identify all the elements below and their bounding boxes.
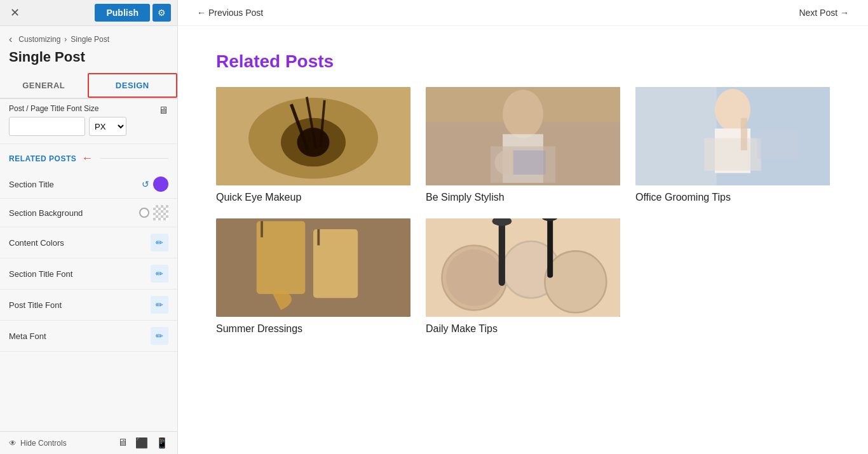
post-card-be-simply[interactable]: Be Simply Stylish: [426, 87, 620, 203]
prev-post-link[interactable]: ← Previous Post: [197, 8, 263, 18]
section-title-font-pencil[interactable]: ✏: [151, 265, 168, 283]
svg-rect-27: [317, 229, 320, 246]
post-thumb-summer-dressings: [216, 218, 410, 317]
font-size-unit-select[interactable]: PX EM REM: [89, 117, 126, 136]
svg-rect-25: [313, 229, 358, 298]
breadcrumb-current: Single Post: [71, 35, 109, 44]
post-thumb-be-simply: [426, 87, 620, 185]
hide-controls-area[interactable]: 👁 Hide Controls: [9, 439, 67, 448]
section-background-icons: [139, 205, 168, 220]
post-title-font-pencil[interactable]: ✏: [151, 296, 168, 314]
breadcrumb-area: ‹ Customizing › Single Post: [0, 26, 177, 48]
post-thumb-quick-eye: [216, 87, 410, 185]
top-bar: ✕ Publish ⚙: [0, 0, 177, 26]
svg-rect-34: [547, 218, 553, 277]
related-posts-arrow: ←: [81, 152, 93, 165]
section-title-font-icons: ✏: [151, 265, 168, 283]
svg-point-32: [446, 250, 503, 306]
publish-button[interactable]: Publish: [95, 4, 150, 22]
svg-rect-13: [513, 150, 546, 175]
svg-rect-19: [704, 138, 761, 171]
breadcrumb-root: Customizing: [18, 35, 60, 44]
content-colors-icons: ✏: [151, 234, 168, 251]
tabs-area: GENERAL DESIGN: [0, 73, 177, 99]
svg-rect-26: [261, 221, 263, 237]
controls-area: Post / Page Title Font Size 🖥 PX EM REM …: [0, 99, 177, 431]
back-button[interactable]: ‹: [9, 34, 12, 45]
svg-rect-15: [635, 87, 717, 185]
svg-point-31: [545, 251, 606, 312]
meta-font-pencil[interactable]: ✏: [151, 327, 168, 345]
font-size-inputs: PX EM REM: [9, 117, 168, 136]
section-background-radio[interactable]: [139, 208, 149, 218]
section-title-row: Section Title ↺: [0, 170, 177, 199]
tablet-icon[interactable]: ⬛: [135, 437, 148, 449]
section-background-label: Section Background: [9, 208, 83, 218]
related-posts-title: Related Posts: [216, 51, 830, 72]
font-size-row: Post / Page Title Font Size 🖥 PX EM REM: [0, 99, 177, 144]
post-thumb-daily-make: [426, 218, 620, 317]
page-heading: Single Post: [0, 48, 177, 73]
svg-rect-24: [257, 221, 306, 294]
post-title-office-grooming: Office Grooming Tips: [635, 192, 830, 203]
breadcrumb-separator: ›: [64, 35, 67, 44]
post-thumb-office-grooming: [635, 87, 830, 185]
desktop-icon[interactable]: 🖥: [118, 437, 128, 449]
svg-rect-21: [757, 130, 797, 159]
section-title-font-label: Section Title Font: [9, 269, 72, 279]
tab-general[interactable]: GENERAL: [0, 73, 88, 98]
post-title-summer-dressings: Summer Dressings: [216, 323, 410, 335]
svg-point-9: [503, 90, 543, 138]
section-background-pattern[interactable]: [153, 205, 168, 220]
publish-area: Publish ⚙: [95, 4, 171, 22]
content-colors-pencil[interactable]: ✏: [151, 234, 168, 251]
post-title-font-label: Post Title Font: [9, 300, 62, 310]
post-card-office-grooming[interactable]: Office Grooming Tips: [635, 87, 830, 203]
post-title-be-simply: Be Simply Stylish: [426, 192, 620, 203]
monitor-icon: 🖥: [158, 105, 168, 116]
post-card-daily-make[interactable]: Daily Make Tips: [426, 218, 620, 335]
mobile-icon[interactable]: 📱: [156, 437, 168, 449]
right-panel: ← Previous Post Next Post → Related Post…: [178, 0, 868, 454]
font-size-input[interactable]: [9, 117, 85, 136]
content-colors-label: Content Colors: [9, 238, 64, 248]
bottom-bar: 👁 Hide Controls 🖥 ⬛ 📱: [0, 431, 177, 454]
hide-controls-label: Hide Controls: [20, 439, 67, 448]
settings-button[interactable]: ⚙: [153, 4, 171, 22]
close-button[interactable]: ✕: [6, 4, 24, 21]
section-title-label: Section Title: [9, 180, 54, 189]
tab-design[interactable]: DESIGN: [88, 73, 178, 98]
nav-bar: ← Previous Post Next Post →: [178, 0, 868, 26]
related-posts-label: RELATED POSTS: [9, 154, 76, 163]
posts-row-1: Quick Eye Makeup Be Simply Stylish: [216, 87, 830, 203]
post-title-quick-eye: Quick Eye Makeup: [216, 192, 410, 203]
post-card-summer-dressings[interactable]: Summer Dressings: [216, 218, 410, 335]
next-post-link[interactable]: Next Post →: [799, 8, 849, 18]
svg-rect-20: [741, 118, 747, 150]
content-colors-row: Content Colors ✏: [0, 227, 177, 258]
post-card-quick-eye[interactable]: Quick Eye Makeup: [216, 87, 410, 203]
meta-font-row: Meta Font ✏: [0, 321, 177, 352]
related-posts-header: RELATED POSTS ←: [0, 144, 177, 170]
post-title-daily-make: Daily Make Tips: [426, 323, 620, 335]
eye-icon: 👁: [9, 439, 17, 448]
section-background-row: Section Background: [0, 199, 177, 227]
section-title-reset-icon[interactable]: ↺: [142, 179, 149, 189]
meta-font-icons: ✏: [151, 327, 168, 345]
meta-font-label: Meta Font: [9, 331, 46, 341]
post-title-font-icons: ✏: [151, 296, 168, 314]
section-title-font-row: Section Title Font ✏: [0, 258, 177, 290]
left-panel: ✕ Publish ⚙ ‹ Customizing › Single Post …: [0, 0, 178, 454]
post-title-font-row: Post Title Font ✏: [0, 290, 177, 321]
posts-row-2: Summer Dressings Dai: [216, 218, 830, 335]
content-area: Related Posts Quick Eye Makeup: [178, 26, 868, 454]
section-title-color[interactable]: [153, 177, 168, 192]
device-icons: 🖥 ⬛ 📱: [118, 437, 168, 449]
svg-rect-33: [499, 221, 505, 286]
font-size-label: Post / Page Title Font Size: [9, 104, 98, 113]
section-title-icons: ↺: [142, 177, 168, 192]
